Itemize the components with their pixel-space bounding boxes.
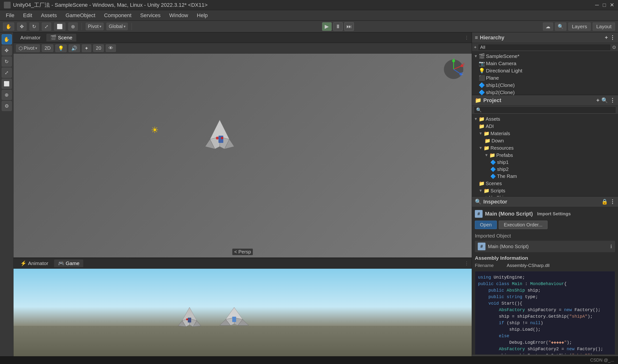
scale-tool-btn[interactable]: ⤢: [2, 68, 12, 78]
window-controls[interactable]: ─ □ ✕: [595, 2, 614, 8]
layout-button[interactable]: Layout: [593, 23, 615, 31]
animator-tab[interactable]: Animator: [16, 34, 44, 41]
project-absship[interactable]: # AbsShip: [472, 194, 618, 196]
project-scenes[interactable]: 📁 Scenes: [472, 180, 618, 187]
scene-gizmo: X Y Z: [443, 58, 467, 83]
transform-hand-btn[interactable]: ✋: [3, 23, 14, 31]
hierarchy-menu-btn[interactable]: ⋮: [610, 35, 615, 41]
transform-universal-btn[interactable]: ⊕: [68, 23, 78, 31]
hierarchy-ship2clone[interactable]: 🔷 ship2(Clone): [472, 89, 618, 95]
project-theram[interactable]: 🔷 The Ram: [472, 173, 618, 180]
project-ship1[interactable]: 🔷 ship1: [472, 159, 618, 166]
execution-order-button[interactable]: Execution Order...: [499, 221, 548, 229]
project-resources[interactable]: ▼ 📁 Resources: [472, 144, 618, 152]
imported-object-info-btn[interactable]: ℹ: [610, 244, 612, 249]
project-scripts[interactable]: ▼ 📁 Scripts: [472, 187, 618, 194]
move-tool-btn[interactable]: ✥: [2, 45, 12, 55]
play-button[interactable]: ▶: [322, 22, 332, 31]
maximize-btn[interactable]: □: [603, 2, 606, 8]
layers-button[interactable]: Layers: [568, 23, 591, 31]
project-down[interactable]: 📁 Down: [472, 137, 618, 144]
settings-tool-btn[interactable]: ⚙: [2, 101, 12, 111]
2d-btn[interactable]: 2D: [42, 44, 53, 52]
close-btn[interactable]: ✕: [610, 2, 614, 8]
ship1clone-label: ship1(Clone): [486, 82, 515, 88]
project-adi[interactable]: 📁 ADI: [472, 123, 618, 130]
project-search[interactable]: 🔍: [474, 106, 616, 114]
open-button[interactable]: Open: [475, 221, 497, 229]
rotate-tool-btn[interactable]: ↻: [2, 56, 12, 67]
rect-tool-btn[interactable]: ⬜: [2, 79, 12, 89]
project-assets-root[interactable]: ▼ 📁 Assets: [472, 115, 618, 123]
svg-rect-6: [219, 136, 223, 143]
code-line-11: Debug.LogError("◆◆◆◆◆");: [478, 339, 612, 346]
hierarchy-ship1clone[interactable]: 🔷 ship1(Clone): [472, 82, 618, 89]
transform-rotate-btn[interactable]: ↻: [29, 23, 39, 31]
pivot-arrow: ▾: [100, 24, 101, 29]
shading-mode-btn[interactable]: ⬡ Pivot ▾: [16, 44, 40, 52]
game-tab[interactable]: 🎮 Game: [54, 260, 83, 267]
transform-scale-btn[interactable]: ⤢: [42, 23, 51, 31]
menu-file[interactable]: File: [2, 11, 18, 20]
minimize-btn[interactable]: ─: [595, 2, 599, 8]
hand-tool-btn[interactable]: ✋: [2, 34, 12, 44]
inspector-menu-btn[interactable]: ⋮: [610, 199, 615, 205]
project-toolbar: 🔍: [472, 106, 618, 114]
code-line-6: AbsFactory shipFactory = new Factory();: [478, 307, 612, 313]
menu-window[interactable]: Window: [165, 11, 192, 20]
hierarchy-samplescene[interactable]: ▼ 🎬 SampleScene*: [472, 53, 618, 60]
gizmos-scene-btn[interactable]: 20: [93, 44, 104, 52]
hierarchy-search[interactable]: All: [478, 44, 611, 51]
project-prefabs[interactable]: ▼ 📁 Prefabs: [472, 152, 618, 159]
project-add-btn[interactable]: +: [596, 97, 599, 104]
lighting-btn[interactable]: 💡: [55, 44, 67, 52]
effects-btn[interactable]: ✦: [82, 44, 91, 52]
menu-gameobject[interactable]: GameObject: [62, 11, 99, 20]
menu-edit[interactable]: Edit: [19, 11, 36, 20]
project-ship2[interactable]: 🔷 ship2: [472, 166, 618, 173]
project-menu-btn[interactable]: ⋮: [610, 97, 615, 104]
pause-button[interactable]: ⏸: [333, 22, 343, 31]
transform-move-btn[interactable]: ✥: [17, 23, 26, 31]
hierarchy-title: Hierarchy: [480, 35, 504, 41]
cloud-btn[interactable]: ☁: [543, 23, 553, 31]
global-dropdown[interactable]: Global ▾: [106, 23, 128, 30]
inspector-lock-btn[interactable]: 🔒: [601, 199, 608, 205]
game-panel-menu[interactable]: ⋮: [464, 261, 469, 266]
hierarchy-add-btn[interactable]: +: [605, 35, 608, 41]
scene-panel-menu[interactable]: ⋮: [464, 35, 469, 40]
hierarchy-directionallight[interactable]: 💡 Directional Light: [472, 67, 618, 74]
step-button[interactable]: ⏭: [344, 22, 354, 31]
hierarchy-plane[interactable]: ⬛ Plane: [472, 74, 618, 82]
hidden-btn[interactable]: 👁: [106, 44, 116, 52]
code-line-7: ship = shipFactory.GetShip("shipA");: [478, 313, 612, 320]
scene-tab[interactable]: 🎬 Scene: [46, 34, 76, 41]
hierarchy-maincamera[interactable]: 📷 Main Camera: [472, 60, 618, 67]
imported-object-title: Imported Object: [475, 233, 615, 239]
menu-assets[interactable]: Assets: [37, 11, 61, 20]
hierarchy-collapse-btn[interactable]: ⊙: [612, 44, 616, 50]
search-btn[interactable]: 🔍: [555, 23, 566, 31]
svg-text:Z: Z: [461, 72, 464, 76]
code-line-4: public string type;: [478, 294, 612, 300]
project-search-btn[interactable]: 🔍: [601, 97, 608, 104]
project-materials[interactable]: ▼ 📁 Materials: [472, 130, 618, 137]
audio-btn[interactable]: 🔊: [69, 44, 80, 52]
transform-rect-btn[interactable]: ⬜: [54, 23, 65, 31]
hierarchy-add-icon[interactable]: +: [474, 45, 476, 50]
right-panels: ≡ Hierarchy + ⋮ + All ⊙ ▼ 🎬 SampleScene*: [472, 32, 618, 364]
menu-services[interactable]: Services: [136, 11, 164, 20]
inspector-title-text: Inspector: [483, 199, 507, 205]
menu-help[interactable]: Help: [193, 11, 211, 20]
import-settings-label: Import Settings: [537, 211, 571, 217]
pivot-dropdown[interactable]: Pivot ▾: [86, 23, 103, 30]
status-bar: CSDN @_...: [0, 356, 618, 364]
animator-tab-bottom[interactable]: ⚡ Animator: [16, 260, 52, 267]
universal-tool-btn[interactable]: ⊕: [2, 90, 12, 100]
menu-component[interactable]: Component: [100, 11, 135, 20]
maincamera-label: Main Camera: [486, 61, 516, 66]
status-text: CSDN @_...: [590, 358, 614, 363]
scene-toolbar: ⬡ Pivot ▾ 2D 💡 🔊 ✦ 20 👁: [13, 43, 472, 53]
scene-viewport[interactable]: ☀: [13, 53, 472, 258]
code-line-3: public AbsShip ship;: [478, 287, 612, 294]
